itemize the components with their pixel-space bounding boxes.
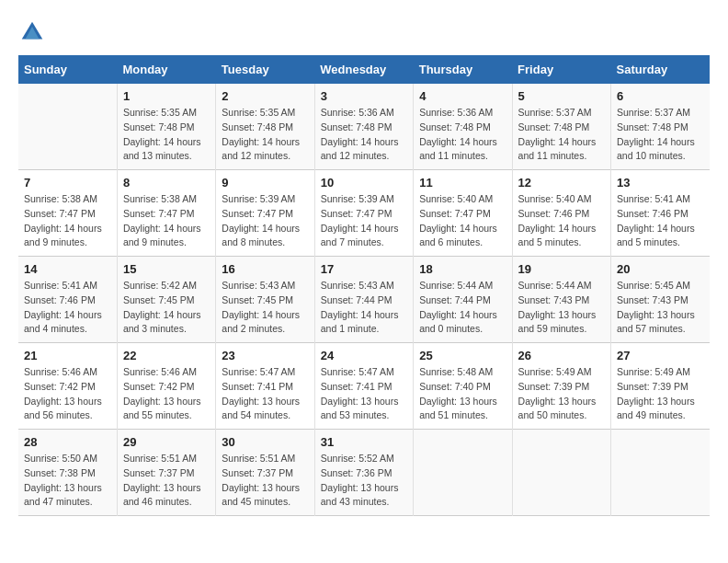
day-info: Sunrise: 5:38 AMSunset: 7:47 PMDaylight:… <box>123 192 210 250</box>
day-info: Sunrise: 5:38 AMSunset: 7:47 PMDaylight:… <box>24 192 111 250</box>
day-number: 17 <box>321 262 407 276</box>
day-info: Sunrise: 5:43 AMSunset: 7:45 PMDaylight:… <box>222 279 308 337</box>
day-info: Sunrise: 5:50 AMSunset: 7:38 PMDaylight:… <box>24 452 111 510</box>
day-cell: 9Sunrise: 5:39 AMSunset: 7:47 PMDaylight… <box>216 170 314 257</box>
day-cell: 2Sunrise: 5:35 AMSunset: 7:48 PMDaylight… <box>216 84 314 170</box>
day-number: 9 <box>222 176 308 190</box>
day-info: Sunrise: 5:46 AMSunset: 7:42 PMDaylight:… <box>123 365 210 423</box>
day-info: Sunrise: 5:39 AMSunset: 7:47 PMDaylight:… <box>321 192 407 250</box>
day-info: Sunrise: 5:44 AMSunset: 7:43 PMDaylight:… <box>518 279 605 337</box>
week-row-2: 7Sunrise: 5:38 AMSunset: 7:47 PMDaylight… <box>18 170 710 257</box>
day-info: Sunrise: 5:37 AMSunset: 7:48 PMDaylight:… <box>617 106 704 164</box>
day-info: Sunrise: 5:47 AMSunset: 7:41 PMDaylight:… <box>321 365 407 423</box>
day-number: 3 <box>321 89 407 103</box>
week-row-3: 14Sunrise: 5:41 AMSunset: 7:46 PMDayligh… <box>18 257 710 343</box>
day-cell: 23Sunrise: 5:47 AMSunset: 7:41 PMDayligh… <box>216 343 314 430</box>
day-number: 28 <box>24 435 111 449</box>
day-number: 4 <box>419 89 506 103</box>
day-info: Sunrise: 5:36 AMSunset: 7:48 PMDaylight:… <box>321 106 407 164</box>
day-cell: 5Sunrise: 5:37 AMSunset: 7:48 PMDaylight… <box>512 84 610 170</box>
day-cell: 18Sunrise: 5:44 AMSunset: 7:44 PMDayligh… <box>414 257 512 343</box>
day-cell: 17Sunrise: 5:43 AMSunset: 7:44 PMDayligh… <box>314 257 413 343</box>
week-row-4: 21Sunrise: 5:46 AMSunset: 7:42 PMDayligh… <box>18 343 710 430</box>
day-info: Sunrise: 5:48 AMSunset: 7:40 PMDaylight:… <box>419 365 506 423</box>
day-cell: 26Sunrise: 5:49 AMSunset: 7:39 PMDayligh… <box>512 343 610 430</box>
calendar-header: SundayMondayTuesdayWednesdayThursdayFrid… <box>18 55 710 84</box>
day-number: 19 <box>518 262 605 276</box>
calendar-body: 1Sunrise: 5:35 AMSunset: 7:48 PMDaylight… <box>18 84 710 516</box>
day-number: 18 <box>419 262 506 276</box>
day-number: 10 <box>321 176 407 190</box>
day-cell: 13Sunrise: 5:41 AMSunset: 7:46 PMDayligh… <box>611 170 710 257</box>
day-cell: 10Sunrise: 5:39 AMSunset: 7:47 PMDayligh… <box>314 170 413 257</box>
day-info: Sunrise: 5:40 AMSunset: 7:47 PMDaylight:… <box>419 192 506 250</box>
day-info: Sunrise: 5:45 AMSunset: 7:43 PMDaylight:… <box>617 279 704 337</box>
day-cell: 31Sunrise: 5:52 AMSunset: 7:36 PMDayligh… <box>314 430 413 516</box>
week-row-5: 28Sunrise: 5:50 AMSunset: 7:38 PMDayligh… <box>18 430 710 516</box>
page-header <box>18 18 710 46</box>
day-cell <box>512 430 610 516</box>
day-number: 30 <box>222 435 308 449</box>
day-number: 26 <box>518 349 605 362</box>
day-number: 23 <box>222 349 308 362</box>
day-number: 6 <box>617 89 704 103</box>
day-cell: 30Sunrise: 5:51 AMSunset: 7:37 PMDayligh… <box>216 430 314 516</box>
day-number: 27 <box>617 349 704 362</box>
day-number: 31 <box>321 435 407 449</box>
day-info: Sunrise: 5:37 AMSunset: 7:48 PMDaylight:… <box>518 106 605 164</box>
day-number: 11 <box>419 176 506 190</box>
day-info: Sunrise: 5:43 AMSunset: 7:44 PMDaylight:… <box>321 279 407 337</box>
day-number: 16 <box>222 262 308 276</box>
day-info: Sunrise: 5:42 AMSunset: 7:45 PMDaylight:… <box>123 279 210 337</box>
calendar-table: SundayMondayTuesdayWednesdayThursdayFrid… <box>18 55 710 516</box>
day-number: 8 <box>123 176 210 190</box>
header-row: SundayMondayTuesdayWednesdayThursdayFrid… <box>18 55 710 84</box>
day-number: 7 <box>24 176 111 190</box>
day-number: 1 <box>123 89 210 103</box>
header-cell-tuesday: Tuesday <box>216 55 314 84</box>
day-info: Sunrise: 5:35 AMSunset: 7:48 PMDaylight:… <box>222 106 308 164</box>
day-number: 21 <box>24 349 111 362</box>
logo <box>18 18 50 46</box>
day-info: Sunrise: 5:36 AMSunset: 7:48 PMDaylight:… <box>419 106 506 164</box>
day-cell: 11Sunrise: 5:40 AMSunset: 7:47 PMDayligh… <box>414 170 512 257</box>
day-number: 14 <box>24 262 111 276</box>
day-info: Sunrise: 5:35 AMSunset: 7:48 PMDaylight:… <box>123 106 210 164</box>
day-cell: 14Sunrise: 5:41 AMSunset: 7:46 PMDayligh… <box>18 257 117 343</box>
day-cell <box>611 430 710 516</box>
day-cell: 3Sunrise: 5:36 AMSunset: 7:48 PMDaylight… <box>314 84 413 170</box>
day-cell: 12Sunrise: 5:40 AMSunset: 7:46 PMDayligh… <box>512 170 610 257</box>
day-cell: 6Sunrise: 5:37 AMSunset: 7:48 PMDaylight… <box>611 84 710 170</box>
week-row-1: 1Sunrise: 5:35 AMSunset: 7:48 PMDaylight… <box>18 84 710 170</box>
day-cell: 27Sunrise: 5:49 AMSunset: 7:39 PMDayligh… <box>611 343 710 430</box>
day-info: Sunrise: 5:51 AMSunset: 7:37 PMDaylight:… <box>123 452 210 510</box>
day-number: 5 <box>518 89 605 103</box>
day-cell: 15Sunrise: 5:42 AMSunset: 7:45 PMDayligh… <box>117 257 215 343</box>
header-cell-monday: Monday <box>117 55 215 84</box>
day-number: 12 <box>518 176 605 190</box>
logo-icon <box>18 18 46 46</box>
day-cell: 4Sunrise: 5:36 AMSunset: 7:48 PMDaylight… <box>414 84 512 170</box>
day-info: Sunrise: 5:44 AMSunset: 7:44 PMDaylight:… <box>419 279 506 337</box>
day-cell: 24Sunrise: 5:47 AMSunset: 7:41 PMDayligh… <box>314 343 413 430</box>
day-cell: 19Sunrise: 5:44 AMSunset: 7:43 PMDayligh… <box>512 257 610 343</box>
day-cell: 8Sunrise: 5:38 AMSunset: 7:47 PMDaylight… <box>117 170 215 257</box>
day-number: 13 <box>617 176 704 190</box>
day-number: 25 <box>419 349 506 362</box>
day-info: Sunrise: 5:51 AMSunset: 7:37 PMDaylight:… <box>222 452 308 510</box>
day-cell <box>18 84 117 170</box>
day-info: Sunrise: 5:52 AMSunset: 7:36 PMDaylight:… <box>321 452 407 510</box>
day-info: Sunrise: 5:41 AMSunset: 7:46 PMDaylight:… <box>617 192 704 250</box>
day-cell: 16Sunrise: 5:43 AMSunset: 7:45 PMDayligh… <box>216 257 314 343</box>
day-number: 15 <box>123 262 210 276</box>
day-cell: 21Sunrise: 5:46 AMSunset: 7:42 PMDayligh… <box>18 343 117 430</box>
day-cell <box>414 430 512 516</box>
day-number: 2 <box>222 89 308 103</box>
day-cell: 1Sunrise: 5:35 AMSunset: 7:48 PMDaylight… <box>117 84 215 170</box>
day-cell: 20Sunrise: 5:45 AMSunset: 7:43 PMDayligh… <box>611 257 710 343</box>
day-cell: 7Sunrise: 5:38 AMSunset: 7:47 PMDaylight… <box>18 170 117 257</box>
day-info: Sunrise: 5:39 AMSunset: 7:47 PMDaylight:… <box>222 192 308 250</box>
day-cell: 29Sunrise: 5:51 AMSunset: 7:37 PMDayligh… <box>117 430 215 516</box>
day-number: 24 <box>321 349 407 362</box>
day-cell: 25Sunrise: 5:48 AMSunset: 7:40 PMDayligh… <box>414 343 512 430</box>
